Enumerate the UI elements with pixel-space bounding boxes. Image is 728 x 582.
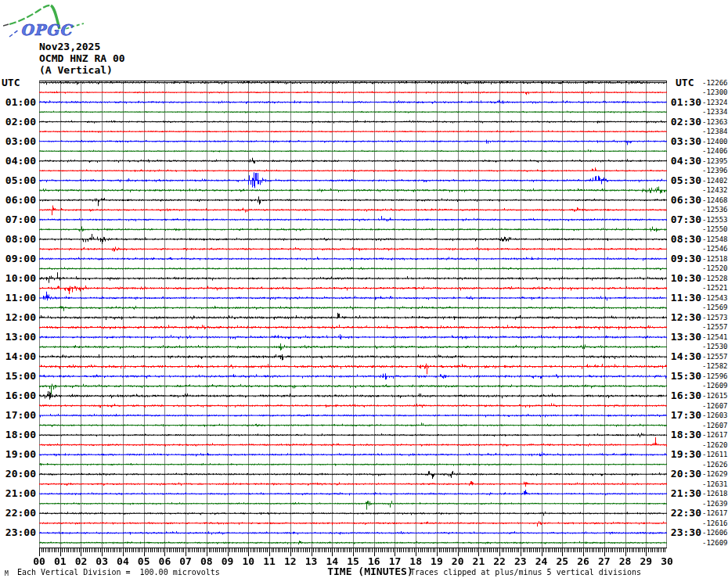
row-bias-value: -12617	[702, 509, 728, 517]
minute-axis-label: 24	[532, 556, 552, 566]
right-end-label: 05:30	[667, 175, 701, 185]
row-bias-value: -12620	[702, 441, 728, 449]
helicorder-page: { "logo": { "text": "OPGC", "curve_color…	[0, 0, 728, 582]
left-hour-label: 06:00	[0, 195, 36, 205]
row-bias-value: -12518	[702, 255, 728, 263]
right-end-label: 16:30	[667, 390, 701, 401]
footer-clip-note: Traces clipped at plus/minus 5 vertical …	[410, 568, 641, 577]
logo-slash	[9, 30, 19, 37]
left-hour-label: 11:00	[0, 293, 36, 303]
row-bias-value: -12536	[702, 206, 728, 214]
right-end-label: 22:30	[667, 508, 701, 518]
helicorder-traces	[39, 81, 667, 562]
row-bias-value: -12639	[702, 500, 728, 508]
left-hour-label: 08:00	[0, 234, 36, 244]
row-bias-value: -12618	[702, 490, 728, 498]
left-hour-label: 04:00	[0, 156, 36, 166]
left-hour-label: 19:00	[0, 449, 36, 459]
left-hour-label: 12:00	[0, 312, 36, 322]
left-hour-label: 16:00	[0, 390, 36, 401]
left-hour-label: 15:00	[0, 371, 36, 381]
minute-axis-label: 00	[29, 556, 49, 566]
row-bias-value: -12543	[702, 294, 728, 302]
right-end-label: 23:30	[667, 527, 701, 537]
utc-label-left: UTC	[2, 77, 20, 88]
right-end-label: 02:30	[667, 117, 701, 127]
row-bias-value: -12300	[702, 88, 728, 96]
row-bias-value: -12528	[702, 275, 728, 282]
right-end-label: 12:30	[667, 312, 701, 322]
left-hour-label: 14:00	[0, 351, 36, 361]
left-hour-label: 13:00	[0, 332, 36, 342]
row-bias-value: -12607	[702, 422, 728, 429]
left-hour-label: 10:00	[0, 273, 36, 283]
utc-label-right: UTC	[676, 77, 694, 88]
right-end-label: 17:30	[667, 410, 701, 420]
minute-axis-label: 02	[70, 556, 91, 566]
minute-axis-label: 29	[636, 556, 656, 566]
row-bias-value: -12521	[702, 284, 728, 292]
title-date: Nov23,2025	[39, 41, 100, 52]
row-bias-value: -12611	[702, 451, 728, 458]
minute-axis-label: 26	[573, 556, 593, 566]
row-bias-value: -12468	[702, 196, 728, 204]
minute-axis-label: 03	[92, 556, 112, 566]
right-end-label: 04:30	[667, 156, 701, 166]
left-hour-label: 20:00	[0, 469, 36, 479]
left-hour-label: 09:00	[0, 253, 36, 264]
row-bias-value: -12363	[702, 118, 728, 126]
left-hour-label: 17:00	[0, 410, 36, 420]
row-bias-value: -12384	[702, 128, 728, 135]
left-hour-label: 03:00	[0, 136, 36, 146]
right-end-label: 20:30	[667, 469, 701, 479]
row-bias-value: -12582	[702, 362, 728, 370]
row-bias-value: -12629	[702, 470, 728, 478]
right-end-label: 11:30	[667, 293, 701, 303]
minute-axis-label: 05	[134, 556, 154, 566]
right-end-label: 09:30	[667, 253, 701, 264]
right-end-label: 06:30	[667, 195, 701, 205]
row-bias-value: -12603	[702, 411, 728, 419]
footer-tiny-m: M	[5, 570, 9, 577]
row-bias-value: -12626	[702, 461, 728, 469]
row-bias-value: -12609	[702, 382, 728, 390]
row-bias-value: -12596	[702, 372, 728, 380]
left-hour-label: 07:00	[0, 214, 36, 225]
left-hour-label: 18:00	[0, 429, 36, 440]
row-bias-value: -12615	[702, 392, 728, 400]
row-bias-value: -12548	[702, 235, 728, 243]
minute-axis-label: 25	[552, 556, 572, 566]
left-hour-label: 22:00	[0, 508, 36, 518]
row-bias-value: -12396	[702, 167, 728, 174]
right-end-label: 07:30	[667, 214, 701, 225]
row-bias-value: -12553	[702, 216, 728, 224]
row-bias-value: -12432	[702, 186, 728, 194]
row-bias-value: -12631	[702, 480, 728, 488]
right-end-label: 15:30	[667, 371, 701, 381]
row-bias-value: -12607	[702, 402, 728, 410]
right-end-label: 14:30	[667, 351, 701, 361]
right-end-label: 08:30	[667, 234, 701, 244]
row-bias-value: -12573	[702, 314, 728, 322]
left-hour-label: 05:00	[0, 175, 36, 185]
footer-scale-note: Each Vertical Division = 100.00 microvol…	[17, 568, 220, 577]
left-hour-label: 02:00	[0, 117, 36, 127]
row-bias-value: -12616	[702, 519, 728, 527]
row-bias-value: -12530	[702, 343, 728, 350]
row-bias-value: -12266	[702, 79, 728, 87]
minute-axis-label: 06	[154, 556, 175, 566]
row-bias-value: -12546	[702, 245, 728, 253]
right-end-label: 10:30	[667, 273, 701, 283]
logo-text: OPGC	[20, 21, 74, 38]
minute-axis-label: 07	[175, 556, 196, 566]
logo-dash-left	[3, 24, 9, 26]
row-bias-value: -12541	[702, 333, 728, 341]
left-hour-label: 21:00	[0, 488, 36, 498]
row-bias-value: -12402	[702, 177, 728, 185]
row-bias-value: -12334	[702, 108, 728, 116]
minute-axis-label: 04	[113, 556, 133, 566]
minute-axis-label: 27	[594, 556, 614, 566]
minute-axis-label: 28	[615, 556, 636, 566]
title-station: OCMD HNZ RA 00	[39, 52, 125, 64]
row-bias-value: -12520	[702, 264, 728, 272]
